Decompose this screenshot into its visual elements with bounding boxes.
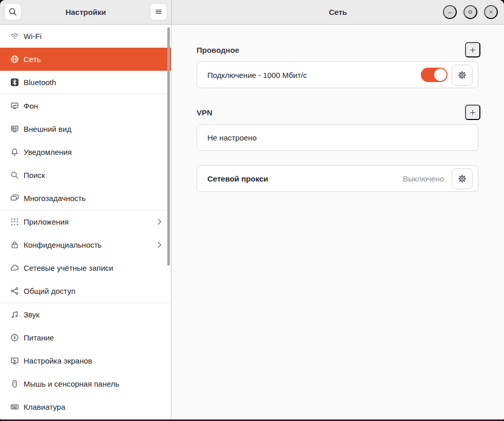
sidebar-item-label: Общий доступ: [24, 287, 164, 295]
sidebar-item-displays[interactable]: Настройка экранов: [0, 349, 171, 372]
sidebar-item-background[interactable]: Фон: [0, 94, 171, 117]
sidebar-item-mouse[interactable]: Мышь и сенсорная панель: [0, 372, 171, 395]
appearance-icon: [10, 125, 19, 133]
sidebar-item-label: Сетевые учётные записи: [24, 264, 164, 272]
sidebar-item-label: Уведомления: [24, 148, 164, 156]
minimize-button[interactable]: [443, 5, 457, 19]
wired-connection-label: Подключение - 1000 Мбит/с: [207, 71, 421, 79]
maximize-button[interactable]: [463, 5, 477, 19]
content-header: Сеть: [172, 0, 504, 24]
vpn-empty-label: Не настроено: [207, 133, 473, 142]
sidebar-list: Wi-FiСетьBluetoothФонВнешний видУведомле…: [0, 25, 171, 418]
keyboard-icon: [10, 403, 19, 411]
add-vpn-button[interactable]: [465, 105, 480, 120]
sidebar: Wi-FiСетьBluetoothФонВнешний видУведомле…: [0, 25, 171, 419]
sidebar-item-wifi[interactable]: Wi-Fi: [0, 25, 171, 48]
sidebar-item-keyboard[interactable]: Клавиатура: [0, 395, 171, 418]
display-icon: [10, 356, 19, 365]
chevron-right-icon: [155, 240, 164, 249]
sidebar-item-label: Фон: [24, 102, 164, 110]
sidebar-item-label: Клавиатура: [24, 403, 164, 411]
proxy-title: Сетевой прокси: [207, 174, 403, 183]
sidebar-item-sound[interactable]: Звук: [0, 303, 171, 326]
wifi-icon: [10, 32, 19, 41]
sidebar-header: Настройки: [0, 0, 172, 24]
search-icon: [8, 7, 17, 16]
page-title: Сеть: [329, 8, 347, 16]
sidebar-item-apps[interactable]: Приложения: [0, 210, 171, 233]
sidebar-item-multitasking[interactable]: Многозадачность: [0, 187, 171, 210]
sidebar-item-network[interactable]: Сеть: [0, 48, 171, 71]
overlapping-windows-icon: [10, 194, 19, 203]
wired-section-header: Проводное: [197, 44, 478, 55]
monitor-photo-icon: [10, 102, 19, 110]
sidebar-item-label: Настройка экранов: [24, 356, 164, 365]
plus-icon: [469, 108, 476, 117]
titlebar: Настройки Сеть: [0, 0, 504, 25]
wired-settings-button[interactable]: [452, 65, 473, 86]
mouse-icon: [10, 379, 19, 388]
proxy-settings-button[interactable]: [452, 168, 473, 189]
wired-toggle[interactable]: [421, 68, 448, 82]
sidebar-item-power[interactable]: Питание: [0, 326, 171, 349]
sidebar-item-label: Приложения: [24, 217, 150, 226]
add-wired-connection-button[interactable]: [465, 42, 480, 57]
gear-icon: [457, 70, 468, 81]
wired-section: Проводное Подключение - 1000 Мбит/с: [197, 44, 478, 88]
settings-window: Настройки Сеть Wi-FiСетьBluetoothФонВнеш…: [0, 0, 504, 421]
power-icon: [10, 333, 19, 342]
gear-icon: [457, 173, 468, 184]
vpn-section-title: VPN: [197, 108, 212, 117]
maximize-icon: [468, 8, 473, 16]
sidebar-item-appearance[interactable]: Внешний вид: [0, 117, 171, 141]
sidebar-item-label: Поиск: [24, 171, 164, 179]
magnifier-icon: [10, 171, 19, 179]
sidebar-item-label: Мышь и сенсорная панель: [24, 379, 164, 388]
sidebar-item-label: Bluetooth: [24, 78, 164, 87]
vpn-section-header: VPN: [197, 107, 478, 118]
sidebar-item-notifications[interactable]: Уведомления: [0, 141, 171, 164]
vpn-section: VPN Не настроено: [197, 107, 478, 151]
wired-connection-row[interactable]: Подключение - 1000 Мбит/с: [197, 62, 478, 88]
network-panel: Проводное Подключение - 1000 Мбит/с VPN: [171, 25, 504, 419]
menu-button[interactable]: [150, 3, 167, 21]
sidebar-item-label: Питание: [24, 333, 164, 342]
chevron-right-icon: [155, 217, 164, 226]
sidebar-item-label: Wi-Fi: [24, 32, 164, 41]
close-icon: [488, 8, 494, 16]
music-note-icon: [10, 310, 19, 319]
hamburger-menu-icon: [154, 7, 163, 16]
share-icon: [10, 287, 19, 295]
bell-icon: [10, 148, 19, 156]
window-controls: [443, 5, 498, 19]
sidebar-item-label: Сеть: [24, 55, 164, 64]
window-body: Wi-FiСетьBluetoothФонВнешний видУведомле…: [0, 25, 504, 419]
sidebar-item-search[interactable]: Поиск: [0, 164, 171, 187]
wired-section-title: Проводное: [197, 46, 239, 54]
sidebar-item-privacy[interactable]: Конфиденциальность: [0, 233, 171, 256]
app-grid-icon: [10, 217, 19, 226]
search-button[interactable]: [4, 3, 22, 21]
app-title: Настройки: [65, 8, 106, 16]
sidebar-item-sharing[interactable]: Общий доступ: [0, 279, 171, 303]
globe-icon: [10, 55, 19, 64]
sidebar-scrollbar[interactable]: [167, 27, 170, 266]
proxy-row[interactable]: Сетевой прокси Выключено: [197, 165, 478, 192]
plus-icon: [469, 46, 476, 54]
sidebar-item-label: Внешний вид: [24, 125, 164, 133]
toggle-knob: [434, 69, 447, 81]
lock-icon: [10, 240, 19, 249]
vpn-empty-row: Не настроено: [197, 124, 478, 151]
close-button[interactable]: [484, 5, 498, 19]
sidebar-item-online-accounts[interactable]: Сетевые учётные записи: [0, 256, 171, 279]
sidebar-item-label: Конфиденциальность: [24, 240, 150, 249]
minimize-icon: [447, 8, 453, 16]
sidebar-item-bluetooth[interactable]: Bluetooth: [0, 71, 171, 94]
bluetooth-icon: [10, 78, 19, 87]
cloud-icon: [10, 264, 19, 272]
sidebar-item-label: Многозадачность: [24, 194, 164, 203]
proxy-status: Выключено: [403, 174, 444, 183]
proxy-section: Сетевой прокси Выключено: [197, 165, 478, 192]
sidebar-item-label: Звук: [24, 310, 164, 319]
